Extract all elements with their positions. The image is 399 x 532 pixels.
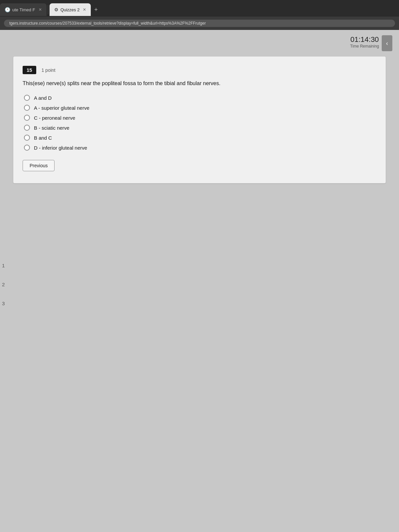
- new-tab-button[interactable]: +: [91, 5, 101, 15]
- question-number: 15: [23, 66, 36, 74]
- chevron-left-icon: ‹: [386, 40, 388, 47]
- timer-label: Time Remaining: [350, 44, 379, 49]
- address-bar-row: tgers.instructure.com/courses/207533/ext…: [0, 17, 399, 30]
- sidebar-num-1: 1: [2, 263, 5, 268]
- tab-bar: 🕐 ute Timed F ✕ ⚙ Quizzes 2 ✕ +: [0, 0, 399, 17]
- options-list: A and D A - superior gluteal nerve C - p…: [23, 95, 372, 151]
- timer-panel: 01:14:30 Time Remaining: [350, 35, 379, 49]
- previous-button[interactable]: Previous: [23, 160, 55, 171]
- option-radio-3[interactable]: [24, 115, 30, 121]
- option-label-3: C - peroneal nerve: [34, 115, 75, 121]
- option-item-2[interactable]: A - superior gluteal nerve: [24, 105, 372, 111]
- tab1-label: ute Timed F: [12, 7, 35, 12]
- option-label-5: B and C: [34, 135, 52, 141]
- collapse-button[interactable]: ‹: [382, 35, 392, 51]
- sidebar-num-3: 3: [2, 301, 5, 306]
- option-label-6: D - inferior gluteal nerve: [34, 145, 87, 151]
- content-area: 01:14:30 Time Remaining ‹ 15 1 point Thi…: [0, 30, 399, 532]
- option-radio-6[interactable]: [24, 145, 30, 151]
- browser-chrome: 🕐 ute Timed F ✕ ⚙ Quizzes 2 ✕ + tgers.in…: [0, 0, 399, 30]
- sidebar-num-2: 2: [2, 282, 5, 287]
- tab-separator: [48, 5, 48, 14]
- question-text: This(ese) nerve(s) splits near the popli…: [23, 79, 372, 87]
- tab-quizzes2[interactable]: ⚙ Quizzes 2 ✕: [50, 3, 91, 16]
- tab-ute-timed[interactable]: 🕐 ute Timed F ✕: [0, 3, 47, 16]
- option-radio-1[interactable]: [24, 95, 30, 101]
- option-label-2: A - superior gluteal nerve: [34, 105, 89, 111]
- sidebar-numbers: 1 2 3: [2, 263, 5, 306]
- tab2-close[interactable]: ✕: [83, 7, 86, 12]
- address-bar[interactable]: tgers.instructure.com/courses/207533/ext…: [4, 20, 395, 27]
- question-header: 15 1 point: [23, 66, 372, 74]
- tab1-close[interactable]: ✕: [39, 7, 42, 12]
- option-item-4[interactable]: B - sciatic nerve: [24, 125, 372, 131]
- option-item-5[interactable]: B and C: [24, 135, 372, 141]
- option-radio-4[interactable]: [24, 125, 30, 131]
- option-item-6[interactable]: D - inferior gluteal nerve: [24, 145, 372, 151]
- option-label-1: A and D: [34, 95, 52, 101]
- option-radio-2[interactable]: [24, 105, 30, 111]
- option-item-1[interactable]: A and D: [24, 95, 372, 101]
- tab2-label: Quizzes 2: [61, 7, 80, 12]
- timer-value: 01:14:30: [350, 35, 379, 44]
- tab1-icon: 🕐: [5, 7, 10, 12]
- option-item-3[interactable]: C - peroneal nerve: [24, 115, 372, 121]
- tab2-icon: ⚙: [54, 7, 59, 12]
- quiz-card: 15 1 point This(ese) nerve(s) splits nea…: [13, 57, 386, 183]
- option-label-4: B - sciatic nerve: [34, 125, 69, 131]
- question-points: 1 point: [42, 67, 56, 73]
- option-radio-5[interactable]: [24, 135, 30, 141]
